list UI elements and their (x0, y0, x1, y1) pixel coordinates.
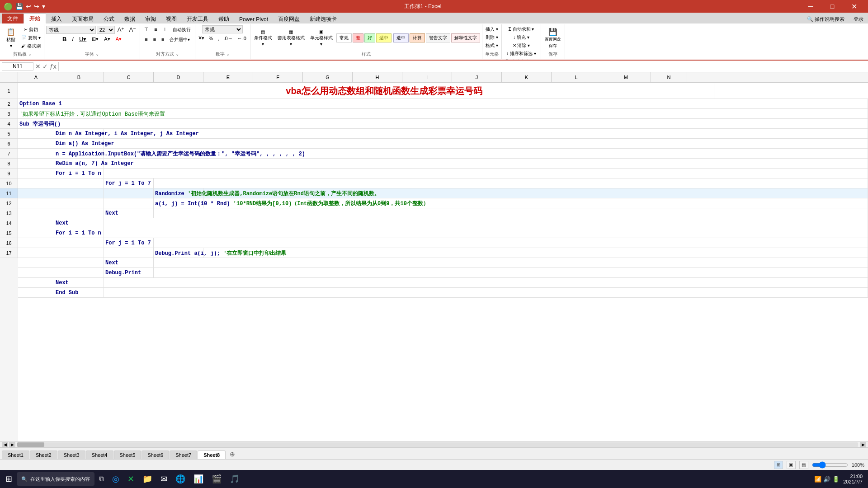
tab-developer[interactable]: 开发工具 (182, 14, 213, 23)
app2-btn[interactable]: 🎬 (208, 471, 225, 487)
row-header-10[interactable]: 10 (0, 178, 18, 188)
table-format-btn[interactable]: ▦ 套用表格格式▾ (276, 26, 307, 50)
cell-b19[interactable] (54, 268, 104, 278)
clear-btn[interactable]: ✕ 清除 ▾ (511, 42, 532, 49)
cell-c19[interactable]: Debug.Print (104, 268, 154, 278)
row-header-5[interactable]: 5 (0, 129, 18, 139)
tab-formula[interactable]: 公式 (99, 14, 119, 23)
cell-rest12[interactable] (203, 198, 868, 208)
network-icon[interactable]: 📶 (814, 476, 821, 483)
sheet-tab-sheet1[interactable]: Sheet1 (2, 450, 29, 459)
cell-a16[interactable] (18, 238, 54, 248)
view-page-layout-btn[interactable]: ▣ (787, 461, 796, 469)
scroll-right-btn[interactable]: ▶ (9, 442, 15, 447)
increase-decimal-btn[interactable]: .0→ (222, 35, 235, 42)
cell-b2[interactable] (54, 99, 868, 109)
cell-a7[interactable] (18, 149, 54, 159)
copy-btn[interactable]: 📄 复制 ▾ (20, 34, 42, 42)
percent-btn[interactable]: % (207, 35, 215, 42)
underline-btn[interactable]: U▾ (77, 35, 89, 43)
sort-filter-btn[interactable]: ↕ 排序和筛选 ▾ (505, 50, 538, 57)
tab-review[interactable]: 审阅 (140, 14, 161, 23)
cell-reference-input[interactable]: N11 (2, 62, 33, 70)
delete-btn[interactable]: 删除 ▾ (484, 33, 500, 41)
cell-a20[interactable] (18, 278, 54, 288)
cell-b9[interactable]: For i = 1 To n (54, 169, 104, 178)
volume-icon[interactable]: 🔊 (823, 476, 830, 483)
style-explanatory[interactable]: 警告文字 (426, 33, 450, 42)
style-bad[interactable]: 差 (353, 33, 363, 42)
fill-color-btn[interactable]: A▾ (102, 35, 112, 43)
cut-btn[interactable]: ✂ 剪切 (20, 26, 42, 34)
cell-b21[interactable]: End Sub (54, 288, 104, 298)
cell-a9[interactable] (18, 169, 54, 178)
tab-power-pivot[interactable]: Power Pivot (234, 14, 273, 23)
edge-btn[interactable]: ◎ (108, 471, 123, 487)
quick-redo-btn[interactable]: ↪ (34, 3, 39, 10)
cell-rest21[interactable] (104, 288, 868, 298)
sheet-tab-sheet7[interactable]: Sheet7 (170, 450, 197, 459)
cell-rest8[interactable] (104, 159, 868, 169)
fill-btn[interactable]: ↓ 填充 ▾ (512, 33, 531, 41)
cell-a17[interactable] (18, 248, 54, 258)
quick-save-btn[interactable]: 💾 (15, 3, 23, 10)
cell-a3[interactable]: '如果希望下标从1开始，可以通过Option Base语句来设置 (18, 109, 54, 119)
tab-home[interactable]: 开始 (24, 14, 46, 23)
cell-b11[interactable] (54, 188, 104, 198)
app1-btn[interactable]: 📊 (190, 471, 207, 487)
cell-rest17[interactable] (203, 248, 868, 258)
sheet-tab-sheet8[interactable]: Sheet8 (198, 450, 226, 459)
col-header-n[interactable]: N (651, 72, 687, 82)
cell-b15[interactable]: For i = 1 To n (54, 228, 104, 238)
col-header-f[interactable]: F (253, 72, 303, 82)
quick-more-btn[interactable]: ▾ (42, 3, 45, 10)
tab-help[interactable]: 帮助 (213, 14, 234, 23)
cell-b1-merged[interactable]: vba怎么用动态数组和随机函数生成彩票幸运号码 (54, 83, 714, 99)
border-btn[interactable]: ⊞▾ (90, 35, 101, 43)
col-header-c[interactable]: C (104, 72, 154, 82)
minimize-btn[interactable]: ─ (800, 0, 821, 13)
font-grow-btn[interactable]: A⁺ (116, 25, 127, 34)
format-btn[interactable]: 格式 ▾ (484, 42, 500, 49)
sheet-tab-sheet6[interactable]: Sheet6 (142, 450, 169, 459)
comma-btn[interactable]: , (216, 35, 221, 42)
close-btn[interactable]: ✕ (844, 0, 864, 13)
font-name-select[interactable]: 等线 (46, 26, 96, 34)
h-scroll-thumb[interactable] (17, 442, 44, 447)
cell-b5[interactable]: Dim n As Integer, i As Integer, j As Int… (54, 129, 104, 139)
cell-rest16[interactable] (154, 238, 868, 248)
cell-a15[interactable] (18, 228, 54, 238)
cell-b13[interactable] (54, 208, 104, 218)
cell-b4[interactable] (54, 119, 868, 129)
autosum-btn[interactable]: Σ 自动求和 ▾ (507, 25, 536, 33)
cell-a11[interactable] (18, 188, 54, 198)
cell-b8[interactable]: ReDim a(n, 7) As Integer (54, 159, 104, 169)
align-bottom-btn[interactable]: ⊥ (160, 25, 170, 34)
scroll-left-btn[interactable]: ◀ (2, 442, 8, 447)
col-header-b[interactable]: B (54, 72, 104, 82)
cell-a21[interactable] (18, 288, 54, 298)
cell-rest20[interactable] (104, 278, 868, 288)
conditional-format-btn[interactable]: ▤ 条件格式▾ (252, 26, 274, 50)
row-header-3[interactable]: 3 (0, 109, 18, 119)
start-btn[interactable]: ⊞ (2, 471, 16, 487)
align-middle-btn[interactable]: ≡ (152, 25, 159, 34)
cell-b18[interactable] (54, 258, 104, 268)
tab-view[interactable]: 视图 (161, 14, 182, 23)
cell-b6[interactable]: Dim a() As Integer (54, 139, 104, 149)
paste-btn[interactable]: 📋 粘贴 ▾ (3, 26, 19, 50)
browser-btn[interactable]: 🌐 (172, 471, 189, 487)
maximize-btn[interactable]: □ (822, 0, 843, 13)
col-header-e[interactable]: E (203, 72, 253, 82)
col-header-l[interactable]: L (552, 72, 601, 82)
font-size-select[interactable]: 22 (97, 26, 115, 34)
cell-a19[interactable] (18, 268, 54, 278)
cell-rest5[interactable] (104, 129, 868, 139)
cell-b17[interactable] (54, 248, 104, 258)
sheet-tab-sheet4[interactable]: Sheet4 (86, 450, 113, 459)
row-header-7[interactable]: 7 (0, 149, 18, 159)
merge-cells-btn[interactable]: 合并居中▾ (167, 35, 192, 44)
cell-b12[interactable] (54, 198, 104, 208)
sheet-tab-sheet3[interactable]: Sheet3 (58, 450, 85, 459)
cell-b16[interactable] (54, 238, 104, 248)
